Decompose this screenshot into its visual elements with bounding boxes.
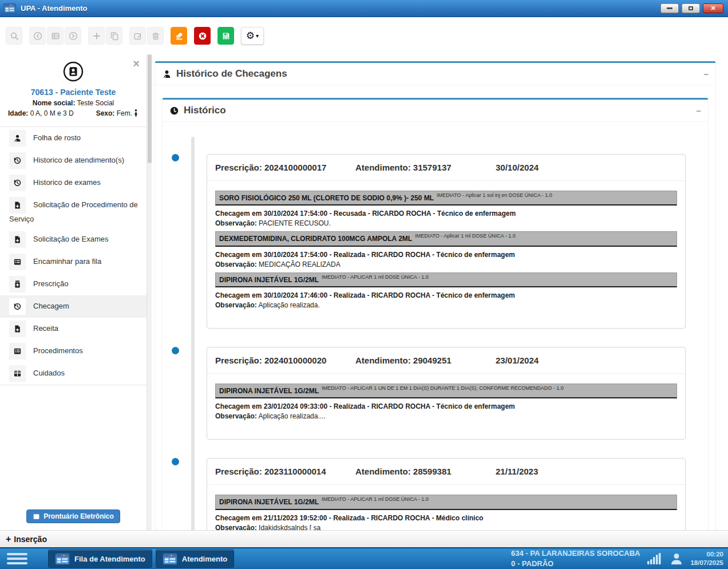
sidebar-item-prescri-o[interactable]: Prescrição <box>0 273 147 295</box>
attendance-number: Atendimento: 28599381 <box>355 467 496 476</box>
attendance-value: 29049251 <box>413 355 452 365</box>
timeline-entry: Prescrição: 2024100000017 Atendimento: 3… <box>171 154 699 329</box>
edit-button[interactable] <box>129 27 146 45</box>
medication-block: DIPIRONA INJETÁVEL 1G/2MLIMEDIATO - APLI… <box>215 272 677 309</box>
trash-button[interactable] <box>147 27 164 45</box>
minimize-button[interactable] <box>660 3 679 13</box>
sidebar-item-label: Solicitação de Procedimento de Serviço <box>9 200 138 223</box>
window-title: UPA - Atendimento <box>21 4 88 13</box>
clock-icon <box>169 106 179 116</box>
taskbar-button-label: Atendimento <box>182 555 227 563</box>
restore-button[interactable] <box>682 3 700 13</box>
sidebar-item-encaminhar-para-fila[interactable]: Encaminhar para fila <box>0 251 147 273</box>
prescription-number: Prescrição: 2024010000020 <box>215 355 355 365</box>
minimize-icon <box>667 7 672 9</box>
sidebar-menu: Folha de rostoHistorico de atendimento(s… <box>0 127 147 385</box>
search-button[interactable] <box>6 27 22 45</box>
sidebar-item-receita[interactable]: Receita <box>0 318 147 340</box>
taskbar-button-label: Fila de Atendimento <box>74 555 145 563</box>
plus-button[interactable] <box>88 27 105 45</box>
attendance-label: Atendimento: <box>355 467 411 476</box>
medication-block: DEXMEDETOMIDINA, CLORIDRATO 100MCG AMPOL… <box>215 231 677 268</box>
plus-icon: + <box>6 534 11 544</box>
medication-instructions: IMEDIATO - APLICAR 1 ml DOSE ÚNICA - 1.0 <box>322 496 429 502</box>
observation-value: Idakjdskdsalnds [ sa <box>259 524 321 530</box>
signal-strength-icon <box>647 552 663 565</box>
caret-down-icon: ▾ <box>256 33 259 39</box>
main-area: Histórico de Checagens − Histórico − Pre… <box>152 54 728 530</box>
sidebar-item-label: Encaminhar para fila <box>33 257 101 266</box>
medication-instructions: IMEDIATO - Aplicar 1 ml DOSE ÚNICA - 1.0 <box>415 233 516 239</box>
sidebar-item-label: Historico de atendimento(s) <box>33 156 124 164</box>
table-button[interactable] <box>47 27 64 45</box>
arrow-right-circle-icon <box>69 31 78 41</box>
medication-instructions: IMEDIATO - APLICAR 1 UN DE 1 EM 1 DIA(S)… <box>322 385 564 391</box>
sidebar-item-historico-de-atendimento-s-[interactable]: Historico de atendimento(s) <box>0 149 147 172</box>
timeline-entry: Prescrição: 2024010000020 Atendimento: 2… <box>171 347 699 440</box>
attendance-value: 28599381 <box>413 467 452 476</box>
prescription-label: Prescrição: <box>215 163 262 172</box>
attendance-label: Atendimento: <box>355 163 411 172</box>
checagem-line: Checagem em 30/10/2024 17:54:00 - Recusa… <box>215 210 677 218</box>
unit-profile: 0 - PADRÃO <box>511 559 640 569</box>
restore-icon <box>689 6 693 10</box>
medication-instructions: IMEDIATO - Aplicar 1 sol inj en DOSE ÚNI… <box>437 192 552 198</box>
collapse-icon[interactable]: − <box>703 70 709 78</box>
user-session-icon[interactable] <box>670 552 683 565</box>
scrollbar-thumb[interactable] <box>148 54 152 163</box>
sidebar-scrollbar[interactable] <box>147 54 152 530</box>
prescription-card-body: DIPIRONA INJETÁVEL 1G/2MLIMEDIATO - APLI… <box>207 374 685 439</box>
sidebar-item-cuidados[interactable]: Cuidados <box>0 362 147 385</box>
sidebar-item-solicita-o-de-exames[interactable]: Solicitação de Exames <box>0 228 147 251</box>
attendance-number: Atendimento: 31579137 <box>355 163 496 172</box>
edit-icon <box>133 31 143 41</box>
gear-button[interactable]: ⚙▾ <box>241 27 264 45</box>
panel-title: Histórico de Checagens <box>176 68 287 80</box>
history-icon <box>9 298 26 315</box>
prescription-number: Prescrição: 2023110000014 <box>215 467 355 476</box>
checagens-panel-body: Histórico − Prescrição: 2024100000017 At… <box>155 85 715 530</box>
taskbar-button-atendimento[interactable]: Atendimento <box>156 550 234 568</box>
save-button[interactable] <box>217 27 234 45</box>
prescription-date: 23/01/2024 <box>496 355 539 365</box>
prontuario-eletronico-button[interactable]: Prontuário Eletrônico <box>26 509 120 523</box>
eraser-button[interactable] <box>171 27 187 45</box>
close-window-button[interactable]: ✕ <box>703 3 723 13</box>
circle-x-button[interactable] <box>194 27 211 45</box>
collapse-icon[interactable]: − <box>696 106 701 115</box>
close-panel-icon[interactable]: × <box>133 58 140 69</box>
app-window-icon <box>163 553 177 565</box>
observation-value: Aplicação realizada. <box>258 301 319 309</box>
checagens-panel: Histórico de Checagens − Histórico − Pre… <box>155 61 715 530</box>
prescription-label: Prescrição: <box>215 467 262 476</box>
taskbar-button-fila-de-atendimento[interactable]: Fila de Atendimento <box>48 550 152 568</box>
arrow-right-circle-button[interactable] <box>65 27 81 45</box>
sidebar-item-historico-de-exames[interactable]: Historico de exames <box>0 172 147 194</box>
prescription-value: 2024100000017 <box>264 163 326 172</box>
sidebar-item-checagem[interactable]: Checagem <box>0 295 147 318</box>
sidebar-item-folha-de-rosto[interactable]: Folha de rosto <box>0 127 147 149</box>
plus-icon <box>92 31 101 41</box>
sidebar-item-procedimentos[interactable]: Procedimentos <box>0 340 147 362</box>
insertion-bar[interactable]: + Inserção <box>0 530 728 547</box>
close-icon: ✕ <box>710 5 715 12</box>
sidebar-item-solicita-o-de-procedimento-de-servi-o[interactable]: Solicitação de Procedimento de Serviço <box>0 194 147 228</box>
file-plus-icon <box>9 231 26 248</box>
observation-line: Observação: Aplicação realizada.... <box>215 412 677 420</box>
patient-summary: 70613 - Paciente Teste Nome social: Test… <box>0 54 147 123</box>
app-window-icon <box>55 553 70 565</box>
medication-name: DIPIRONA INJETÁVEL 1G/2ML <box>219 499 319 507</box>
medication-name: SORO FISIOLÓGICO 250 ML (CLORETO DE SODI… <box>219 194 434 202</box>
prescription-card-header: Prescrição: 2024010000020 Atendimento: 2… <box>207 347 685 374</box>
patient-name: 70613 - Paciente Teste <box>0 88 147 97</box>
copy-button[interactable] <box>106 27 122 45</box>
medication-block: DIPIRONA INJETÁVEL 1G/2MLIMEDIATO - APLI… <box>215 495 677 530</box>
titlebar: UPA - Atendimento ✕ <box>0 0 728 17</box>
menu-hamburger-icon[interactable] <box>7 553 27 564</box>
observation-label: Observação: <box>215 301 257 309</box>
clock-area: 00:20 18/07/2025 <box>690 550 723 567</box>
arrow-left-circle-button[interactable] <box>29 27 46 45</box>
taskbar-status: 634 - PA LARANJEIRAS SOROCABA 0 - PADRÃO… <box>511 548 723 569</box>
patient-age: Idade: 0 A, 0 M e 3 D <box>8 109 74 117</box>
gear-icon: ⚙ <box>246 31 255 41</box>
